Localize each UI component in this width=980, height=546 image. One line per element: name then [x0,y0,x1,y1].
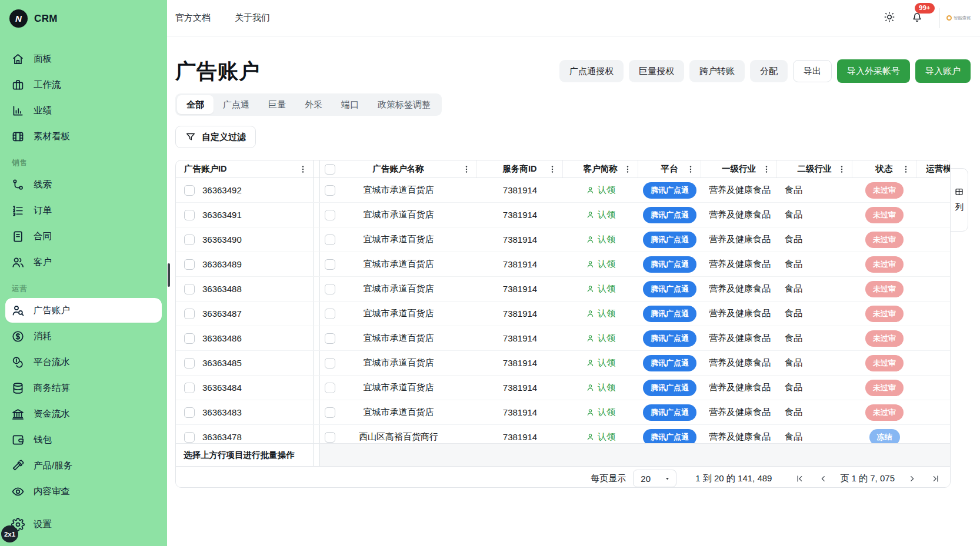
tab-all[interactable]: 全部 [177,95,214,114]
row-select-checkbox[interactable] [325,333,335,344]
tab-gdt[interactable]: 广点通 [214,95,259,114]
sidebar-item-settings[interactable]: 设置 [5,512,162,537]
row-checkbox[interactable] [184,185,195,196]
claim-action[interactable]: 认领 [563,425,638,443]
sidebar-item-ad-accounts[interactable]: 广告账户 [5,298,162,323]
juliang-auth-button[interactable]: 巨量授权 [629,60,684,82]
theme-toggle-button[interactable] [884,11,895,25]
claim-action[interactable]: 认领 [563,203,638,227]
import-external-account-button[interactable]: 导入外采帐号 [837,59,910,83]
column-menu-icon[interactable] [762,165,771,174]
row-checkbox[interactable] [184,284,195,294]
row-checkbox[interactable] [184,432,195,443]
sidebar-item-material-board[interactable]: 素材看板 [5,124,162,149]
row-select-checkbox[interactable] [325,284,335,294]
gdt-auth-button[interactable]: 广点通授权 [559,60,624,82]
row-checkbox[interactable] [184,309,195,319]
sidebar-item-orders[interactable]: 订单 [5,198,162,223]
sidebar-item-contracts[interactable]: 合同 [5,224,162,249]
zoom-badge[interactable]: 2x1 [1,525,18,542]
table-row[interactable]: 36363490宜城市承道百货店7381914认领腾讯广点通营养及健康食品食品未… [176,227,950,252]
table-row[interactable]: 36363491宜城市承道百货店7381914认领腾讯广点通营养及健康食品食品未… [176,203,950,227]
column-menu-icon[interactable] [623,165,632,174]
scrollbar-thumb[interactable] [168,263,170,287]
platform-cell: 腾讯广点通 [638,203,701,227]
row-checkbox[interactable] [184,358,195,369]
claim-action[interactable]: 认领 [563,277,638,301]
sidebar-item-workflow[interactable]: 工作流 [5,72,162,97]
row-checkbox[interactable] [184,333,195,344]
table-row[interactable]: 36363478西山区高裕百货商行7381914认领腾讯广点通营养及健康食品食品… [176,425,950,443]
claim-action[interactable]: 认领 [563,252,638,276]
tab-port[interactable]: 端口 [332,95,368,114]
claim-action[interactable]: 认领 [563,227,638,252]
row-select-checkbox[interactable] [325,309,335,319]
row-select-checkbox[interactable] [325,432,335,443]
tab-juliang[interactable]: 巨量 [259,95,295,114]
row-checkbox[interactable] [184,210,195,220]
row-select-checkbox[interactable] [325,185,335,196]
custom-filter-button[interactable]: 自定义过滤 [175,126,256,148]
column-menu-icon[interactable] [837,165,846,174]
sidebar-item-fund-flow[interactable]: 资金流水 [5,401,162,426]
table-row[interactable]: 36363487宜城市承道百货店7381914认领腾讯广点通营养及健康食品食品未… [176,302,950,326]
sidebar-item-dashboard[interactable]: 面板 [5,46,162,71]
claim-action[interactable]: 认领 [563,178,638,202]
sidebar-item-performance[interactable]: 业绩 [5,98,162,123]
sidebar-item-business-settlement[interactable]: 商务结算 [5,376,162,400]
table-row[interactable]: 36363485宜城市承道百货店7381914认领腾讯广点通营养及健康食品食品未… [176,351,950,376]
row-select-checkbox[interactable] [325,383,335,393]
notifications-button[interactable]: 99+ [911,11,924,25]
sidebar-item-products-services[interactable]: 产品/服务 [5,453,162,478]
prev-page-button[interactable] [815,471,831,486]
ad-account-name-cell: 宜城市承道百货店 [320,326,477,350]
claim-label: 认领 [598,357,615,369]
select-all-checkbox[interactable] [325,164,335,175]
row-select-checkbox[interactable] [325,358,335,369]
table-row[interactable]: 36363484宜城市承道百货店7381914认领腾讯广点通营养及健康食品食品未… [176,376,950,400]
sidebar-item-customers[interactable]: 客户 [5,250,162,274]
column-menu-icon[interactable] [462,165,471,174]
row-checkbox[interactable] [184,383,195,393]
column-menu-icon[interactable] [686,165,695,174]
claim-action[interactable]: 认领 [563,376,638,400]
row-select-checkbox[interactable] [325,259,335,270]
column-menu-icon[interactable] [298,165,308,174]
table-row[interactable]: 36363492宜城市承道百货店7381914认领腾讯广点通营养及健康食品食品未… [176,178,950,203]
row-select-checkbox[interactable] [325,235,335,245]
sidebar-item-consumption[interactable]: 消耗 [5,324,162,349]
claim-action[interactable]: 认领 [563,326,638,350]
table-row[interactable]: 36363483宜城市承道百货店7381914认领腾讯广点通营养及健康食品食品未… [176,400,950,425]
column-menu-icon[interactable] [901,165,911,174]
claim-action[interactable]: 认领 [563,400,638,424]
last-page-button[interactable] [928,471,943,486]
cross-account-transfer-button[interactable]: 跨户转账 [689,60,745,82]
next-page-button[interactable] [904,471,919,486]
row-select-checkbox[interactable] [325,407,335,418]
import-account-button[interactable]: 导入账户 [915,59,971,83]
sidebar-item-content-review[interactable]: 内容审查 [5,479,162,504]
first-page-button[interactable] [792,471,807,486]
row-checkbox[interactable] [184,259,195,270]
assign-button[interactable]: 分配 [750,60,788,82]
sidebar-item-leads[interactable]: 线索 [5,172,162,197]
tab-external[interactable]: 外采 [295,95,332,114]
table-row[interactable]: 36363486宜城市承道百货店7381914认领腾讯广点通营养及健康食品食品未… [176,326,950,351]
claim-action[interactable]: 认领 [563,302,638,326]
claim-action[interactable]: 认领 [563,351,638,375]
per-page-select[interactable]: 20 [633,470,676,487]
brand-name: CRM [34,13,58,25]
sidebar-item-wallet[interactable]: 钱包 [5,427,162,452]
export-button[interactable]: 导出 [793,60,832,82]
topbar-link-about[interactable]: 关于我们 [235,12,270,24]
column-chooser-tab[interactable]: 列 [950,168,968,232]
tab-policy-tag-adjust[interactable]: 政策标签调整 [368,95,440,114]
topbar-link-docs[interactable]: 官方文档 [175,12,211,24]
column-menu-icon[interactable] [548,165,557,174]
sidebar-item-platform-flow[interactable]: 平台流水 [5,350,162,374]
row-checkbox[interactable] [184,235,195,245]
row-checkbox[interactable] [184,407,195,418]
table-row[interactable]: 36363488宜城市承道百货店7381914认领腾讯广点通营养及健康食品食品未… [176,277,950,302]
row-select-checkbox[interactable] [325,210,335,220]
table-row[interactable]: 36363489宜城市承道百货店7381914认领腾讯广点通营养及健康食品食品未… [176,252,950,277]
